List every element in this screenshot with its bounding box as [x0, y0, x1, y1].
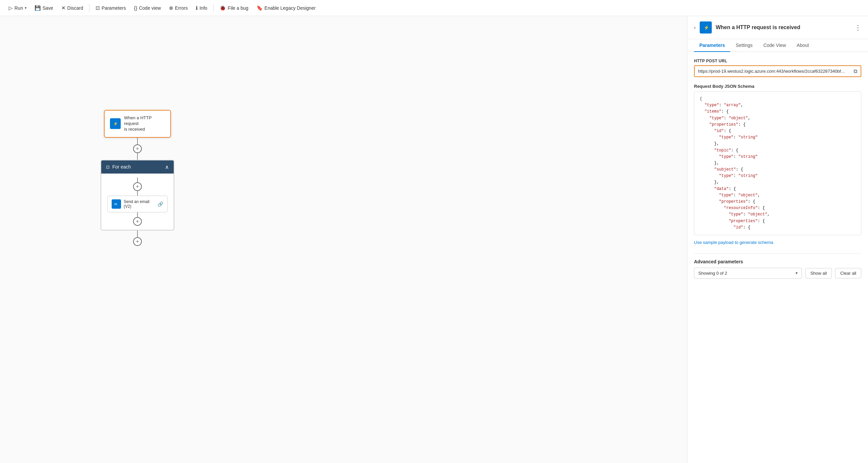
- show-all-button[interactable]: Show all: [805, 268, 832, 278]
- schema-label: Request Body JSON Schema: [694, 84, 861, 89]
- panel-expand-button[interactable]: ›: [694, 25, 696, 30]
- json-schema-block[interactable]: { "type": "array", "items": { "type": "o…: [694, 92, 861, 235]
- clear-all-button[interactable]: Clear all: [835, 268, 861, 278]
- use-sample-payload-link[interactable]: Use sample payload to generate schema: [694, 240, 773, 245]
- http-request-icon: ⚡: [110, 118, 121, 129]
- connector-3: [137, 231, 138, 237]
- panel-title: When a HTTP request is received: [716, 25, 850, 31]
- canvas[interactable]: ⚡ When a HTTP request is received + ⊡ Fo…: [0, 16, 687, 463]
- info-icon: ℹ: [196, 5, 198, 11]
- panel-more-button[interactable]: ⋮: [855, 24, 861, 32]
- send-email-node[interactable]: ✉ Send an email (V2) 🔗: [107, 196, 167, 212]
- http-post-url-label: HTTP POST URL: [694, 59, 861, 63]
- foreach-header[interactable]: ⊡ For each ∧: [101, 161, 174, 173]
- chevron-down-icon: ▾: [796, 271, 798, 275]
- http-request-label: When a HTTP request is received: [124, 115, 165, 132]
- panel-header: › ⚡ When a HTTP request is received ⋮: [687, 16, 868, 39]
- bug-icon: 🐞: [220, 5, 226, 11]
- tab-about[interactable]: About: [791, 39, 814, 52]
- inner-connector-2: [137, 191, 138, 196]
- bookmark-icon: 🔖: [256, 5, 263, 11]
- file-bug-button[interactable]: 🐞 File a bug: [216, 4, 251, 12]
- foreach-icon: ⊡: [106, 165, 110, 169]
- inner-connector-1: [137, 177, 138, 182]
- url-field-wrapper: ⧉: [694, 65, 861, 77]
- showing-label: Showing 0 of 2: [699, 271, 727, 276]
- run-button[interactable]: ▷ Run ▾: [5, 4, 30, 12]
- foreach-body: + ✉ Send an email (V2) 🔗: [101, 173, 174, 230]
- errors-button[interactable]: ⊗ Errors: [166, 4, 191, 12]
- panel-tabs: Parameters Settings Code View About: [687, 39, 868, 52]
- foreach-container: ⊡ For each ∧ +: [100, 160, 174, 231]
- toolbar: ▷ Run ▾ 💾 Save ✕ Discard ⊡ Parameters {}…: [0, 0, 868, 16]
- save-icon: 💾: [34, 5, 41, 11]
- panel-title-icon: ⚡: [700, 22, 712, 33]
- code-view-button[interactable]: {} Code view: [130, 4, 164, 12]
- link-icon: 🔗: [158, 201, 163, 207]
- right-panel: › ⚡ When a HTTP request is received ⋮ Pa…: [687, 16, 868, 463]
- svg-text:⚡: ⚡: [113, 121, 118, 126]
- run-icon: ▷: [9, 5, 13, 11]
- save-button[interactable]: 💾 Save: [31, 4, 57, 12]
- add-inside-foreach-button[interactable]: +: [133, 182, 142, 191]
- url-field[interactable]: [695, 66, 850, 76]
- discard-button[interactable]: ✕ Discard: [58, 4, 87, 12]
- advanced-label: Advanced parameters: [694, 259, 861, 264]
- panel-body: HTTP POST URL ⧉ Request Body JSON Schema…: [687, 52, 868, 463]
- add-after-foreach-button[interactable]: +: [133, 237, 142, 246]
- foreach-label: For each: [112, 164, 131, 169]
- parameters-button[interactable]: ⊡ Parameters: [92, 4, 129, 12]
- advanced-section: Advanced parameters Showing 0 of 2 ▾ Sho…: [694, 253, 861, 279]
- http-request-node[interactable]: ⚡ When a HTTP request is received: [104, 110, 171, 138]
- legacy-designer-button[interactable]: 🔖 Enable Legacy Designer: [253, 4, 319, 12]
- copy-url-button[interactable]: ⧉: [850, 66, 861, 76]
- workflow-container: ⚡ When a HTTP request is received + ⊡ Fo…: [100, 110, 174, 246]
- tab-code-view[interactable]: Code View: [758, 39, 791, 52]
- parameters-icon: ⊡: [96, 5, 100, 11]
- tab-parameters[interactable]: Parameters: [694, 39, 730, 52]
- advanced-controls: Showing 0 of 2 ▾ Show all Clear all: [694, 268, 861, 279]
- svg-text:⚡: ⚡: [704, 25, 709, 31]
- info-button[interactable]: ℹ Info: [192, 4, 211, 12]
- foreach-collapse-button[interactable]: ∧: [165, 164, 169, 170]
- inner-connector-3: [137, 212, 138, 217]
- send-email-label: Send an email (V2): [124, 199, 155, 209]
- code-icon: {}: [134, 5, 137, 11]
- connector-2: [137, 153, 138, 160]
- main-layout: ⚡ When a HTTP request is received + ⊡ Fo…: [0, 16, 868, 463]
- tab-settings[interactable]: Settings: [730, 39, 758, 52]
- discard-icon: ✕: [61, 5, 66, 11]
- connector-1: [137, 138, 138, 144]
- divider-2: [213, 4, 214, 12]
- add-after-email-button[interactable]: +: [133, 217, 142, 226]
- advanced-select[interactable]: Showing 0 of 2 ▾: [694, 268, 802, 279]
- svg-text:✉: ✉: [114, 202, 117, 206]
- add-after-http-button[interactable]: +: [133, 144, 142, 153]
- errors-icon: ⊗: [169, 5, 173, 11]
- send-email-icon: ✉: [112, 199, 121, 209]
- divider-1: [89, 4, 90, 12]
